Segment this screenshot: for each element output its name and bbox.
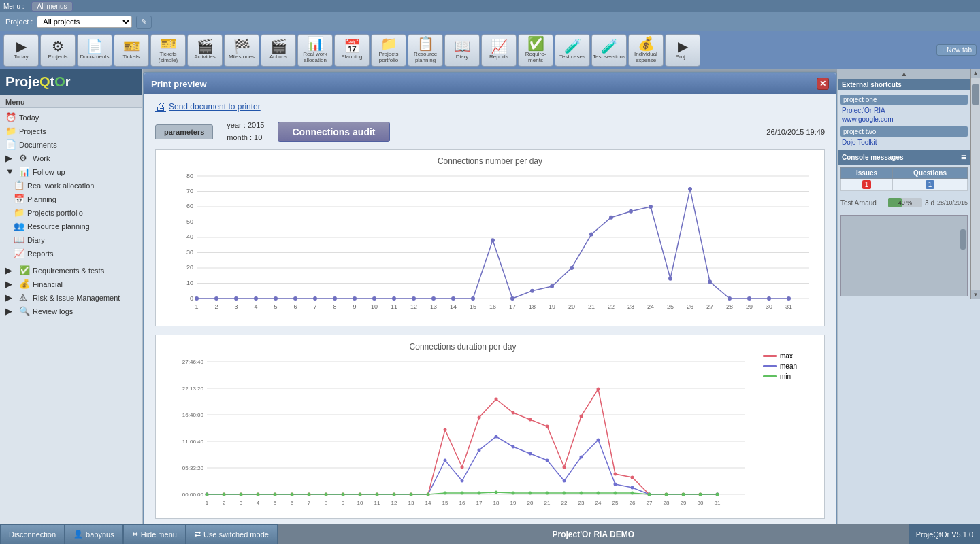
- questions-header: Questions: [893, 168, 968, 179]
- svg-text:15: 15: [470, 303, 476, 310]
- svg-point-124: [444, 459, 447, 462]
- scrollbar-up-btn[interactable]: ▲: [973, 70, 979, 76]
- toolbar-btn-expense[interactable]: 💰 Individual expense: [628, 34, 664, 67]
- sidebar-item-riskissue[interactable]: ▶ ⚠ Risk & Issue Management: [0, 291, 142, 305]
- sidebar-item-portfolio[interactable]: 📁 Projects portfolio: [0, 206, 142, 220]
- toolbar-btn-tickets-simple[interactable]: 🎫 Tickets (simple): [150, 34, 186, 67]
- svg-text:27: 27: [706, 303, 713, 310]
- svg-point-106: [444, 428, 447, 432]
- svg-point-111: [529, 418, 532, 422]
- svg-text:25: 25: [612, 500, 619, 506]
- financial-expand-icon: ▶: [5, 279, 16, 290]
- project-one-link[interactable]: project one: [840, 95, 968, 105]
- svg-point-159: [563, 492, 566, 495]
- tickets-icon: 🎫: [123, 39, 140, 53]
- ria-link[interactable]: Project'Or RIA: [840, 106, 968, 115]
- sidebar-item-reports[interactable]: 📈 Reports: [0, 247, 142, 260]
- svg-point-25: [333, 296, 337, 301]
- sidebar-item-planning[interactable]: 📅 Planning: [0, 192, 142, 206]
- toolbar-btn-proj[interactable]: ▶ Proj...: [665, 34, 700, 67]
- edit-project-btn[interactable]: ✎: [136, 16, 152, 29]
- svg-text:4: 4: [257, 500, 260, 506]
- dojo-link[interactable]: Dojo Toolkit: [840, 138, 968, 147]
- svg-text:14: 14: [450, 303, 457, 310]
- toolbar-btn-reports[interactable]: 📈 Reports: [481, 34, 517, 67]
- scrollbar-thumb[interactable]: [972, 84, 979, 105]
- sidebar-item-reqtests[interactable]: ▶ ✅ Requirements & tests: [0, 264, 142, 277]
- new-tab-button[interactable]: + New tab: [936, 44, 977, 56]
- project-two-link[interactable]: project two: [840, 126, 968, 137]
- project-select[interactable]: All projects: [37, 16, 132, 28]
- sidebar-item-reviewlogs[interactable]: ▶ 🔍 Review logs: [0, 305, 142, 318]
- toolbar-btn-diary[interactable]: 📖 Diary: [444, 34, 480, 67]
- toolbar-btn-tickets[interactable]: 🎫 Tickets: [114, 34, 149, 67]
- svg-point-24: [313, 296, 317, 301]
- toolbar-btn-testcases[interactable]: 🧪 Test cases: [555, 34, 590, 67]
- svg-text:2: 2: [214, 303, 218, 310]
- sidebar-item-diary[interactable]: 📖 Diary: [0, 233, 142, 247]
- svg-point-140: [240, 493, 243, 496]
- svg-point-32: [471, 296, 475, 301]
- params-tab[interactable]: parameters: [155, 124, 213, 139]
- scrollbar-down-btn[interactable]: ▼: [973, 292, 979, 298]
- svg-text:28: 28: [664, 500, 670, 506]
- toolbar-btn-realwork[interactable]: 📊 Real work allocation: [297, 34, 333, 67]
- project-bar: Project : All projects ✎: [0, 12, 980, 31]
- printer-icon: 🖨: [155, 101, 166, 113]
- toolbar-btn-requirements[interactable]: ✅ Require-ments: [518, 34, 553, 67]
- toolbar-btn-today[interactable]: ▶ Today: [3, 34, 39, 67]
- toolbar-btn-documents[interactable]: 📄 Docu-ments: [77, 34, 112, 67]
- google-link[interactable]: www.google.com: [840, 115, 968, 124]
- svg-point-153: [461, 492, 464, 495]
- svg-point-126: [478, 449, 481, 452]
- svg-text:30: 30: [186, 249, 193, 256]
- svg-point-165: [665, 493, 668, 496]
- svg-text:8: 8: [325, 500, 328, 506]
- svg-point-39: [609, 216, 613, 220]
- sidebar-item-resource[interactable]: 👥 Resource planning: [0, 220, 142, 233]
- hide-menu-btn[interactable]: ⇔ Hide menu: [123, 524, 186, 545]
- toolbar-btn-projects[interactable]: ⚙ Projects: [40, 34, 76, 67]
- sidebar-item-financial[interactable]: ▶ 💰 Financial: [0, 277, 142, 291]
- legend-max-label: max: [780, 352, 793, 360]
- chart2-container: Connections duration per day: [155, 335, 825, 519]
- sidebar-item-realwork[interactable]: 📋 Real work allocation: [0, 179, 142, 192]
- toolbar-btn-testsessions[interactable]: 🧪 Test sessions: [591, 34, 627, 67]
- modal-body: 🖨 Send document to printer parameters ye…: [144, 94, 836, 524]
- right-scroll-up-btn[interactable]: ▲: [901, 70, 908, 78]
- connections-audit-btn[interactable]: Connections audit: [278, 122, 389, 142]
- year-value: year : 2015: [227, 120, 264, 132]
- svg-point-155: [495, 491, 498, 494]
- toolbar-btn-resource[interactable]: 📋 Resource planning: [408, 34, 443, 67]
- toolbar-btn-planning[interactable]: 📅 Planning: [334, 34, 370, 67]
- toolbar-btn-portfolio[interactable]: 📁 Projects portfolio: [371, 34, 406, 67]
- sidebar-item-projects[interactable]: 📁 Projects: [0, 124, 142, 138]
- disconnect-btn[interactable]: Disconnection: [0, 524, 65, 545]
- user-avatar-btn[interactable]: 👤 babynus: [65, 524, 123, 545]
- svg-point-44: [708, 279, 712, 284]
- svg-point-37: [570, 266, 574, 270]
- send-to-printer-btn[interactable]: 🖨 Send document to printer: [155, 101, 261, 113]
- sidebar-item-documents[interactable]: 📄 Documents: [0, 138, 142, 152]
- switched-mode-btn[interactable]: ⇄ Use switched mode: [186, 524, 278, 545]
- console-toggle-btn[interactable]: ≡: [961, 152, 966, 163]
- modal-title: Print preview: [151, 79, 207, 89]
- chart2-legend: max mean min: [763, 342, 817, 383]
- svg-text:30: 30: [766, 303, 772, 310]
- task-progress-bar: 40 %: [888, 198, 922, 207]
- svg-point-131: [563, 479, 566, 483]
- toolbar-btn-actions[interactable]: 🎬 Actions: [261, 34, 296, 67]
- params-values: year : 2015 month : 10: [227, 120, 264, 143]
- user-name: babynus: [86, 530, 114, 539]
- activities-icon: 🎬: [197, 39, 214, 53]
- toolbar-btn-activities[interactable]: 🎬 Activities: [187, 34, 223, 67]
- svg-point-147: [359, 493, 362, 496]
- sidebar-item-work[interactable]: ▶ ⚙ Work: [0, 152, 142, 165]
- sidebar-item-today[interactable]: ⏰ Today: [0, 111, 142, 124]
- scrollbar-track[interactable]: [971, 78, 980, 290]
- modal-close-button[interactable]: ✕: [817, 78, 829, 90]
- toolbar-btn-milestones[interactable]: 🏁 Milestones: [224, 34, 259, 67]
- svg-point-125: [461, 479, 464, 483]
- all-menus-btn[interactable]: All menus: [31, 1, 74, 12]
- sidebar-item-followup[interactable]: ▼ 📊 Follow-up: [0, 165, 142, 179]
